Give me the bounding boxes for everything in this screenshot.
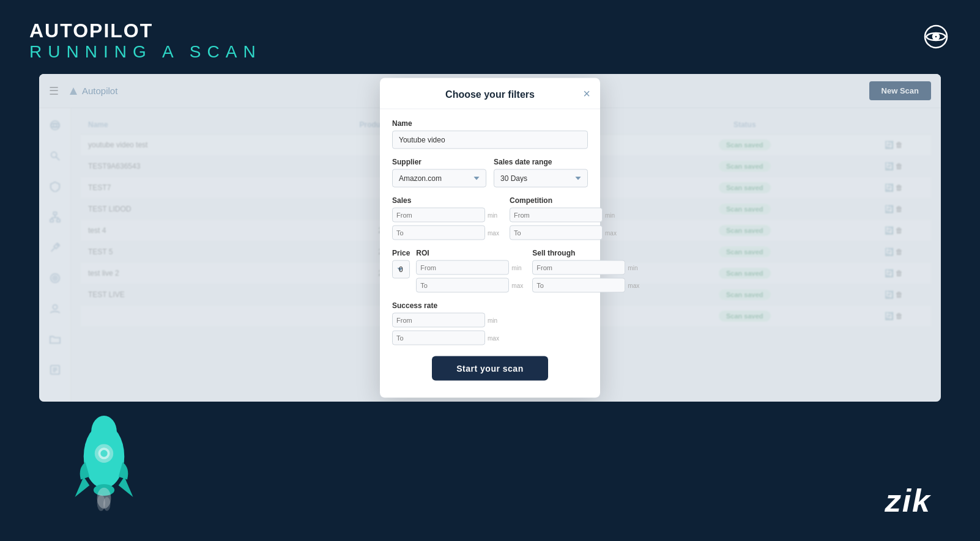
sell-through-from-input[interactable]	[532, 260, 625, 275]
success-rate-label: Success rate	[392, 301, 588, 310]
competition-from-row: min	[510, 208, 620, 223]
supplier-group: Supplier Amazon.com eBay Walmart	[392, 158, 486, 188]
price-roi-sell-row: Price 0 - 10 10 - 50 50 - 100 100+ ROI	[392, 249, 588, 293]
roi-min-label: min	[511, 264, 526, 271]
sales-competition-row: Sales min max	[392, 196, 588, 240]
roi-label: ROI	[416, 249, 526, 257]
roi-max-label: max	[511, 282, 526, 289]
svg-point-2	[935, 35, 938, 39]
name-label: Name	[392, 119, 588, 128]
name-input[interactable]	[392, 131, 588, 149]
competition-to-input[interactable]	[510, 226, 603, 240]
eye-icon-button[interactable]	[921, 22, 951, 51]
sell-through-to-row: max	[532, 278, 642, 293]
sales-from-input[interactable]	[392, 208, 485, 223]
modal-body: Name Supplier Amazon.com eBay Walmart	[380, 109, 600, 381]
roi-range: min max	[416, 260, 526, 293]
success-rate-from-row: min	[392, 313, 490, 328]
header: AUTOPILOT RUNNING A SCAN	[0, 0, 980, 74]
sales-from-row: min	[392, 208, 502, 223]
roi-to-row: max	[416, 278, 526, 293]
competition-group: Competition min max	[510, 196, 620, 240]
success-rate-min-label: min	[488, 317, 502, 323]
modal-header: Choose your filters ×	[380, 78, 600, 109]
price-label: Price	[392, 249, 410, 257]
competition-label: Competition	[510, 196, 620, 205]
sell-through-to-input[interactable]	[532, 278, 625, 293]
success-rate-max-label: max	[488, 334, 502, 341]
sales-max-label: max	[488, 229, 502, 236]
header-title-main: AUTOPILOT	[29, 20, 951, 42]
competition-from-input[interactable]	[510, 208, 603, 223]
roi-group: ROI min max	[416, 249, 526, 293]
sales-date-group: Sales date range 30 Days 7 Days 14 Days …	[494, 158, 588, 188]
inner-layout: Name Products found Date created Status …	[39, 108, 941, 402]
price-group: Price 0 - 10 10 - 50 50 - 100 100+	[392, 249, 410, 293]
sales-to-input[interactable]	[392, 226, 485, 240]
sell-through-max-label: max	[628, 282, 642, 289]
svg-point-32	[103, 497, 110, 511]
sell-through-group: Sell through min max	[532, 249, 642, 293]
success-rate-group: Success rate min max	[392, 301, 588, 345]
sales-date-label: Sales date range	[494, 158, 588, 166]
filter-modal: Choose your filters × Name Supplier Amaz…	[380, 78, 600, 398]
competition-min-label: min	[605, 212, 620, 218]
sales-group: Sales min max	[392, 196, 502, 240]
sell-through-from-row: min	[532, 260, 642, 275]
success-rate-from-input[interactable]	[392, 313, 485, 328]
success-rate-to-input[interactable]	[392, 331, 485, 345]
modal-title: Choose your filters	[445, 89, 535, 100]
sell-through-range: min max	[532, 260, 642, 293]
main-card: ☰ Autopilot New Scan	[39, 74, 941, 402]
modal-close-button[interactable]: ×	[583, 87, 590, 100]
sell-through-min-label: min	[628, 264, 642, 271]
roi-from-row: min	[416, 260, 526, 275]
sell-through-label: Sell through	[532, 249, 642, 257]
supplier-date-row: Supplier Amazon.com eBay Walmart Sales d…	[392, 158, 588, 188]
sales-date-select[interactable]: 30 Days 7 Days 14 Days 60 Days 90 Days	[494, 169, 588, 188]
sales-to-row: max	[392, 226, 502, 240]
competition-max-label: max	[605, 229, 620, 236]
header-title-sub: RUNNING A SCAN	[29, 42, 951, 62]
supplier-select[interactable]: Amazon.com eBay Walmart	[392, 169, 486, 188]
success-rate-range: min max	[392, 313, 490, 345]
competition-to-row: max	[510, 226, 620, 240]
competition-range: min max	[510, 208, 620, 240]
sales-range: min max	[392, 208, 502, 240]
svg-point-25	[91, 416, 117, 448]
start-scan-button[interactable]: Start your scan	[432, 356, 548, 381]
success-rate-to-row: max	[392, 331, 490, 345]
supplier-label: Supplier	[392, 158, 486, 166]
sales-min-label: min	[488, 212, 502, 218]
roi-to-input[interactable]	[416, 278, 509, 293]
name-group: Name	[392, 119, 588, 149]
rocket-icon	[55, 404, 153, 520]
svg-point-28	[100, 450, 107, 457]
roi-from-input[interactable]	[416, 260, 509, 275]
zik-brand: zik	[885, 482, 931, 519]
eye-icon	[922, 23, 949, 50]
price-select[interactable]: 0 - 10 10 - 50 50 - 100 100+	[392, 260, 410, 279]
sales-label: Sales	[392, 196, 502, 205]
rocket-decoration	[55, 404, 153, 523]
